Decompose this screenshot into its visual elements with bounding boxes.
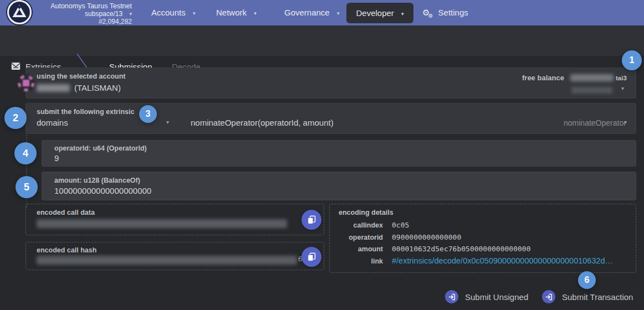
copy-icon <box>307 215 316 224</box>
submit-transaction-label: Submit Transaction <box>562 292 633 302</box>
sign-in-icon <box>542 290 555 303</box>
chevron-down-icon: ▾ <box>254 11 257 16</box>
step-badge-6: 6 <box>578 271 596 289</box>
encoded-call-data-box: encoded call data <box>25 204 324 235</box>
section-dropdown-caret-icon[interactable]: ▾ <box>166 119 169 125</box>
nav-governance[interactable]: Governance ▾ <box>284 0 339 25</box>
nav-developer[interactable]: Developer ▾ <box>346 3 413 23</box>
encoded-call-hash-box: encoded call hash 6 <box>25 242 324 270</box>
account-name-redacted <box>37 84 70 92</box>
chain-info-block[interactable]: Autonomys Taurus Testnet subspace/13 ▾ #… <box>39 2 132 25</box>
account-select-label: using the selected account <box>37 73 125 80</box>
extrinsic-select-row: submit the following extrinsic domains ▾… <box>25 103 636 134</box>
extrinsics-envelope-icon <box>11 62 21 70</box>
step-badge-4: 4 <box>14 142 37 164</box>
balance-unit-caret-icon[interactable]: ▾ <box>621 85 624 91</box>
tab-bar: Extrinsics Submission Decode <box>0 25 644 56</box>
account-select-row[interactable]: using the selected account (TALISMAN) fr… <box>25 68 636 99</box>
encoded-call-data-label: encoded call data <box>37 209 95 216</box>
method-signature: nominateOperator(operatorId, amount) <box>191 118 334 127</box>
decode-link[interactable]: #/extrinsics/decode/0x0c0509000000000000… <box>392 256 613 265</box>
submit-transaction-button[interactable]: Submit Transaction <box>542 290 633 303</box>
nav-settings[interactable]: ⚙⚙ Settings <box>422 0 468 25</box>
balance-unit: tai3 <box>616 75 627 81</box>
param-operatorid-field[interactable]: operatorId: u64 (OperatorId) 9 <box>42 140 636 167</box>
copy-call-data-button[interactable] <box>301 210 321 230</box>
block-number: #2,094,282 <box>39 18 132 25</box>
step-badge-1: 1 <box>622 50 642 70</box>
copy-icon <box>307 252 316 261</box>
chain-name: Autonomys Taurus Testnet <box>39 2 132 10</box>
operatorid-label: operatorid <box>330 234 383 241</box>
param-amount-field[interactable]: amount: u128 (BalanceOf) 100000000000000… <box>42 172 636 200</box>
link-label: link <box>330 257 383 265</box>
extrinsic-select-label: submit the following extrinsic <box>37 108 134 116</box>
encoding-details-box: encoding details callindex 0c05 operator… <box>329 204 636 273</box>
account-source-suffix: (TALISMAN) <box>74 83 121 92</box>
method-dropdown-value[interactable]: nominateOperator <box>564 118 626 127</box>
nav-network[interactable]: Network ▾ <box>216 0 257 25</box>
operatorid-value: 0900000000000000 <box>392 233 461 241</box>
autonomys-logo-icon <box>6 0 33 26</box>
amount-hex-label: amount <box>330 245 383 253</box>
extrinsics-page: Autonomys Taurus Testnet subspace/13 ▾ #… <box>0 0 644 310</box>
callindex-label: callindex <box>330 221 383 229</box>
encoded-call-hash-label: encoded call hash <box>37 246 96 254</box>
step-badge-5: 5 <box>16 176 38 198</box>
amount-hex-value: 000010632d5ec76b0500000000000000 <box>392 245 530 253</box>
balance-secondary-redacted <box>571 87 612 94</box>
param-operatorid-value[interactable]: 9 <box>54 153 59 163</box>
submit-unsigned-button[interactable]: Submit Unsigned <box>445 290 528 303</box>
submit-unsigned-label: Submit Unsigned <box>465 292 528 302</box>
param-amount-value[interactable]: 100000000000000000000 <box>54 186 151 195</box>
free-balance-value-redacted <box>570 74 614 81</box>
sign-in-icon <box>445 290 458 303</box>
encoded-call-hash-redacted <box>37 256 297 265</box>
encoded-call-data-redacted <box>37 219 287 228</box>
chevron-down-icon: ▾ <box>337 11 340 16</box>
copy-call-hash-button[interactable] <box>301 247 321 267</box>
free-balance-label: free balance <box>522 74 564 82</box>
step-badge-3: 3 <box>139 105 157 123</box>
callindex-value: 0c05 <box>392 221 409 229</box>
section-dropdown-value[interactable]: domains <box>37 118 68 127</box>
chevron-down-icon: ▾ <box>129 11 132 17</box>
encoding-details-title: encoding details <box>339 209 393 216</box>
chevron-down-icon: ▾ <box>193 11 196 16</box>
nav-accounts[interactable]: Accounts ▾ <box>151 0 195 25</box>
chevron-down-icon: ▾ <box>401 11 404 17</box>
account-identicon <box>17 74 35 92</box>
settings-gears-icon: ⚙⚙ <box>422 8 431 17</box>
param-operatorid-label: operatorId: u64 (OperatorId) <box>54 144 147 152</box>
method-dropdown-caret-icon[interactable]: ▾ <box>624 119 627 125</box>
runtime-version[interactable]: subspace/13 ▾ <box>39 10 132 18</box>
step-badge-2: 2 <box>4 107 27 129</box>
top-nav-bar: Autonomys Taurus Testnet subspace/13 ▾ #… <box>0 0 644 25</box>
settings-label: Settings <box>438 8 468 17</box>
param-amount-label: amount: u128 (BalanceOf) <box>54 177 140 184</box>
